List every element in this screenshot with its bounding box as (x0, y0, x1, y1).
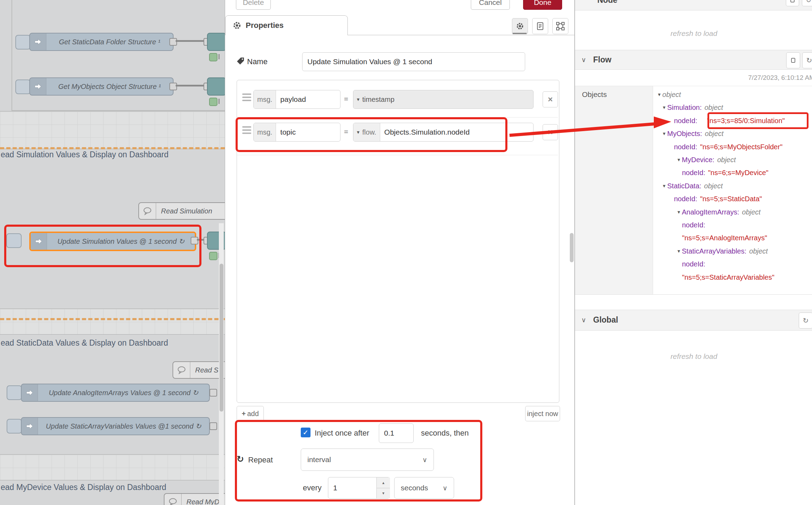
inject-trigger-button[interactable] (7, 419, 22, 434)
flow-copy-icon-button[interactable] (786, 52, 800, 68)
edit-properties-icon-button[interactable] (512, 18, 528, 34)
tree-row[interactable]: nodeId: "ns=5;s=StaticData" (653, 192, 812, 205)
tree-expand-icon[interactable]: ▾ (677, 157, 680, 163)
tree-expand-icon[interactable]: ▾ (658, 91, 661, 98)
tree-row[interactable]: nodeId: (653, 257, 812, 271)
inject-node[interactable]: Update StaticArrayVariables Values @1 se… (21, 417, 210, 435)
tree-row[interactable]: ▾ StaticArrayVariables: object (653, 244, 812, 258)
tree-type: object (749, 247, 768, 255)
tree-expand-icon[interactable]: ▾ (663, 183, 666, 189)
output-port[interactable] (209, 389, 217, 397)
group-label: ead MyDevice Values & Display on Dashboa… (1, 483, 166, 492)
inject-now-button[interactable]: inject now (525, 406, 560, 421)
group-gap-band (0, 111, 225, 149)
msg-payload-input[interactable]: msg. payload (253, 90, 340, 109)
topic-value-input[interactable]: ▾flow. Objects.Simulation.nodeId (353, 123, 534, 142)
flow-section-header[interactable]: ∨ Flow (575, 50, 812, 70)
opcua-node[interactable] (207, 77, 225, 96)
msg-topic-input[interactable]: msg. topic (253, 123, 340, 142)
inject-trigger-button[interactable] (6, 233, 22, 248)
inject-trigger-button[interactable] (7, 385, 22, 400)
tree-row[interactable]: ▾ AnalogItemArrays: object (653, 205, 812, 219)
type-select[interactable]: ▾timestamp (353, 90, 398, 108)
inject-node[interactable]: Get MyObjects Object Structure ¹ (29, 77, 174, 96)
add-rule-button[interactable]: +add (237, 406, 264, 421)
tree-type: object (717, 156, 736, 164)
flow-refresh-icon-button[interactable]: ↻ (802, 52, 812, 68)
global-refresh-icon-button[interactable]: ↻ (799, 312, 812, 329)
status-dot (209, 252, 217, 260)
inject-node-selected[interactable]: Update Simulation Values @ 1 second ↻ (29, 232, 196, 251)
inject-trigger-button[interactable] (15, 35, 31, 50)
inject-once-checkbox[interactable]: ✓ (301, 428, 311, 437)
tab-properties[interactable]: Properties (225, 15, 348, 35)
global-section-empty: refresh to load (575, 352, 812, 361)
tree-expand-icon[interactable]: ▾ (677, 209, 680, 215)
type-select[interactable]: ▾flow. (353, 123, 380, 141)
tree-row[interactable]: nodeId: (653, 218, 812, 232)
tab-label: Properties (246, 21, 284, 30)
inject-node[interactable]: Update AnalogItemArrays Values @ 1 secon… (21, 384, 210, 402)
inject-node[interactable]: Get StaticData Folder Structure ¹ (29, 33, 174, 51)
remove-rule-button[interactable]: × (543, 91, 558, 107)
global-section-header[interactable]: ∨ Global (575, 310, 812, 331)
group-border-dashed (0, 318, 225, 320)
tree-row[interactable]: "ns=5;s=StaticArrayVariables" (653, 271, 812, 284)
tree-row[interactable]: nodeId: "ns=6;s=MyDevice" (653, 166, 812, 179)
equals-sign: = (344, 128, 348, 136)
drag-handle-icon[interactable] (242, 93, 251, 101)
comment-node[interactable]: Read MyD (164, 493, 225, 505)
equals-sign: = (344, 95, 348, 103)
flow-canvas[interactable]: Get StaticData Folder Structure ¹ Get My… (0, 0, 225, 505)
node-section-header[interactable]: Node (575, 0, 812, 10)
remove-rule-button[interactable]: × (543, 124, 558, 140)
drag-handle-icon[interactable] (242, 126, 251, 134)
comment-node[interactable]: Read S (173, 361, 225, 379)
tray-scrollbar-handle[interactable] (570, 233, 574, 262)
context-key-cell: Objects (575, 86, 653, 294)
node-label: Get MyObjects Object Structure ¹ (46, 83, 173, 91)
chevron-down-icon: ∨ (581, 56, 586, 64)
inject-delay-input[interactable] (379, 423, 414, 443)
appearance-icon-button[interactable] (552, 18, 568, 34)
tree-row[interactable]: ▾ object (653, 88, 812, 101)
flow-refresh-timestamp: 7/27/2023, 6:10:12 AM (663, 74, 812, 82)
done-button[interactable]: Done (523, 0, 562, 10)
description-icon-button[interactable] (532, 18, 548, 34)
tree-row[interactable]: ▾ StaticData: object (653, 179, 812, 193)
tree-expand-icon[interactable]: ▾ (663, 130, 666, 137)
number-spinner[interactable]: ▴ ▾ (376, 477, 390, 498)
tree-row[interactable]: ▾ MyDevice: object (653, 153, 812, 166)
tree-row[interactable]: "ns=5;s=AnalogItemArrays" (653, 231, 812, 244)
tree-key: nodeId: (682, 169, 705, 177)
delete-button[interactable]: Delete (236, 0, 271, 10)
cancel-button[interactable]: Cancel (471, 0, 510, 10)
tree-key: nodeId: (674, 117, 697, 125)
chevron-down-icon: ∨ (581, 316, 586, 324)
inject-arrow-icon (22, 384, 38, 401)
payload-value-input[interactable]: ▾timestamp (353, 90, 534, 109)
node-copy-icon-button[interactable] (786, 0, 799, 6)
group-gap-band (0, 308, 225, 335)
output-port[interactable] (169, 38, 177, 46)
inject-trigger-button[interactable] (15, 80, 31, 94)
comment-node[interactable]: Read Simulation (138, 202, 225, 220)
output-port[interactable] (169, 83, 177, 90)
tree-expand-icon[interactable]: ▾ (677, 248, 680, 254)
repeat-select[interactable]: interval ∨ (301, 449, 434, 471)
output-port[interactable] (209, 422, 217, 430)
name-input[interactable] (302, 52, 525, 71)
output-port[interactable] (191, 237, 198, 244)
interval-units-select[interactable]: seconds ∨ (394, 477, 454, 499)
tree-row[interactable]: ▾ MyObjects: object (653, 127, 812, 140)
tree-key: StaticArrayVariables: (682, 247, 746, 255)
caret-down-icon: ▾ (357, 96, 360, 103)
node-refresh-icon-button[interactable]: ↻ (802, 0, 812, 6)
tree-row[interactable]: nodeId: "ns=3;s=85/0:Simulation" (653, 114, 812, 127)
rule-divider (237, 117, 558, 118)
tree-expand-icon[interactable]: ▾ (663, 104, 666, 111)
tree-row[interactable]: ▾ Simulation: object (653, 101, 812, 114)
opcua-node[interactable] (207, 33, 225, 51)
canvas-scrollbar-handle[interactable] (220, 264, 223, 412)
tree-row[interactable]: nodeId: "ns=6;s=MyObjectsFolder" (653, 140, 812, 153)
